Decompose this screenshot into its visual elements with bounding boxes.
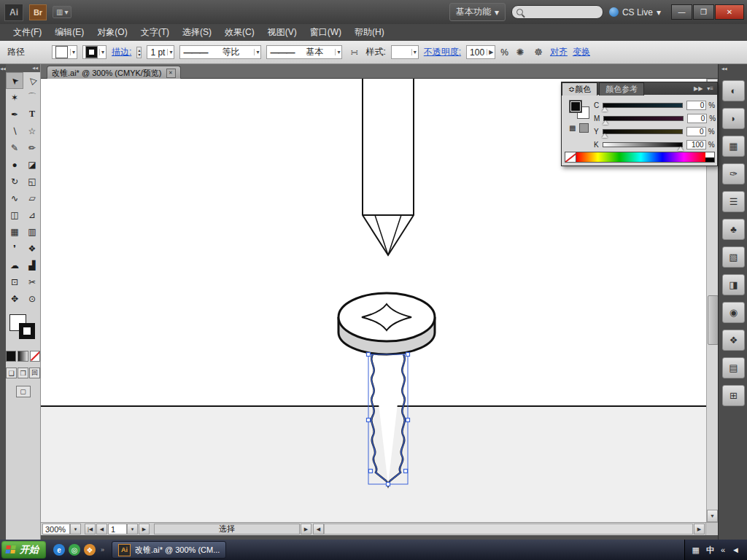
- artboard-field[interactable]: 1: [108, 524, 127, 534]
- menu-effect[interactable]: 效果(C): [219, 24, 260, 41]
- document-tab[interactable]: 改锥.ai* @ 300% (CMYK/预览) ✕: [47, 66, 181, 79]
- tool-star[interactable]: ☆: [23, 122, 41, 139]
- white-black-chips[interactable]: [705, 152, 714, 162]
- workspace-switcher[interactable]: 基本功能 ▾: [449, 3, 506, 21]
- slider-pointer[interactable]: [603, 120, 608, 125]
- next-artboard-button[interactable]: ▶: [139, 524, 150, 534]
- menu-view[interactable]: 视图(V): [262, 24, 303, 41]
- gamut-swatch[interactable]: [579, 123, 589, 133]
- tool-zoom[interactable]: ⊙: [23, 290, 41, 307]
- stroke-width-dropdown[interactable]: 1 pt ▾: [147, 45, 174, 59]
- stroke-panel-button[interactable]: ☰: [722, 191, 745, 212]
- screwdriver[interactable]: [363, 79, 414, 255]
- bridge-button[interactable]: Br: [29, 4, 47, 20]
- language-indicator[interactable]: 中: [706, 545, 714, 556]
- tray-collapse-icon[interactable]: «: [721, 545, 725, 554]
- channel-m-value[interactable]: 0: [687, 114, 707, 123]
- channel-k-slider[interactable]: [603, 142, 683, 147]
- tool-magic-wand[interactable]: ✶: [6, 89, 23, 106]
- tool-type[interactable]: T: [23, 106, 41, 122]
- tab-color[interactable]: ≎颜色: [562, 82, 597, 96]
- artboards-panel-button[interactable]: ⊞: [722, 385, 745, 406]
- screen-mode-button[interactable]: ▢: [16, 386, 31, 397]
- tool-free-transform[interactable]: ▱: [23, 190, 41, 206]
- tool-eyedropper[interactable]: ❜: [6, 240, 23, 257]
- transform-link[interactable]: 变换: [573, 46, 590, 58]
- appearance-panel-button[interactable]: ◉: [722, 302, 745, 323]
- width-profile-dropdown[interactable]: ——— 等比 ▾: [179, 45, 261, 59]
- brushes-panel-button[interactable]: ✑: [722, 163, 745, 184]
- taskbar-app-button[interactable]: Ai 改锥.ai* @ 300% (CM...: [112, 541, 226, 559]
- tool-hand[interactable]: ✥: [6, 290, 23, 307]
- recolor-artwork-icon[interactable]: ✺: [514, 46, 527, 59]
- artboard-dropdown-icon[interactable]: ▾: [127, 524, 138, 534]
- tool-rotate[interactable]: ↻: [6, 173, 23, 190]
- gamut-warning[interactable]: ▩: [569, 123, 589, 133]
- stroke-proxy[interactable]: [19, 323, 35, 339]
- tool-pen[interactable]: ✒: [6, 106, 23, 122]
- fill-color-dropdown[interactable]: ▾: [52, 45, 77, 59]
- cs-live-button[interactable]: CS Live ▾: [609, 7, 661, 18]
- dashed-options-icon[interactable]: ∺: [347, 46, 360, 59]
- menu-object[interactable]: 对象(O): [91, 24, 133, 41]
- opacity-field[interactable]: 100 ▶: [466, 45, 495, 59]
- arrange-documents-button[interactable]: ▥ ▾: [53, 6, 71, 18]
- browser-quicklaunch-icon[interactable]: e: [53, 544, 65, 556]
- restore-button[interactable]: ❐: [693, 4, 714, 20]
- zoom-dropdown-icon[interactable]: ▾: [70, 524, 81, 534]
- slider-pointer[interactable]: [602, 107, 608, 112]
- search-input[interactable]: [526, 7, 595, 18]
- search-box[interactable]: [511, 5, 603, 19]
- tool-mesh[interactable]: ▦: [6, 223, 23, 240]
- menu-window[interactable]: 窗口(W): [304, 24, 347, 41]
- keyboard-indicator-icon[interactable]: ▦: [692, 545, 700, 555]
- tool-eraser[interactable]: ◪: [23, 156, 41, 173]
- graphic-styles-panel-button[interactable]: ❖: [722, 330, 745, 351]
- vertical-scroll-thumb[interactable]: [708, 295, 719, 345]
- none-button[interactable]: [30, 351, 40, 362]
- tool-gradient[interactable]: ▥: [23, 223, 41, 240]
- slider-pointer[interactable]: [678, 147, 684, 151]
- spectrum-ramp[interactable]: [576, 152, 705, 162]
- opacity-link[interactable]: 不透明度:: [424, 46, 461, 58]
- menu-type[interactable]: 文字(T): [135, 24, 175, 41]
- hscroll-left-icon[interactable]: ◀: [313, 524, 324, 534]
- tool-graph[interactable]: ▟: [23, 257, 41, 273]
- explorer-quicklaunch-icon[interactable]: ❖: [84, 544, 96, 556]
- layers-panel-button[interactable]: ▤: [722, 357, 745, 378]
- quicklaunch-more-icon[interactable]: »: [101, 546, 104, 553]
- align-link[interactable]: 对齐: [550, 46, 568, 58]
- channel-m-slider[interactable]: [603, 116, 684, 121]
- tool-blend[interactable]: ❖: [23, 240, 41, 257]
- tool-direct-selection[interactable]: ▷: [23, 72, 41, 89]
- slider-pointer[interactable]: [602, 133, 608, 138]
- prev-artboard-button[interactable]: ◀: [96, 524, 107, 534]
- zoom-field[interactable]: 300%: [42, 524, 70, 534]
- tool-blob-brush[interactable]: ●: [6, 156, 23, 173]
- tool-lasso[interactable]: ⌒: [23, 89, 41, 106]
- menu-edit[interactable]: 编辑(E): [49, 24, 90, 41]
- none-chip[interactable]: [565, 152, 576, 162]
- panel-fill-proxy[interactable]: [569, 100, 582, 113]
- stroke-panel-link[interactable]: 描边:: [112, 46, 131, 58]
- panel-menu-icon[interactable]: ▾≡: [707, 85, 713, 92]
- style-dropdown[interactable]: ▾: [391, 45, 419, 59]
- draw-behind-button[interactable]: ❒: [18, 368, 28, 378]
- tool-artboard[interactable]: ⊡: [6, 273, 23, 290]
- symbols-panel-button[interactable]: ♣: [722, 219, 745, 240]
- first-artboard-button[interactable]: |◀: [85, 524, 96, 534]
- hscroll-right-icon[interactable]: ▶: [694, 524, 705, 534]
- tab-color-guide[interactable]: 颜色参考: [599, 82, 644, 96]
- tool-perspective-grid[interactable]: ⊿: [23, 206, 41, 223]
- minimize-button[interactable]: —: [671, 4, 692, 20]
- draw-inside-button[interactable]: 回: [29, 368, 40, 378]
- menu-select[interactable]: 选择(S): [177, 24, 217, 41]
- screw-head[interactable]: [338, 293, 435, 354]
- panel-dock-expand[interactable]: ◀◀: [719, 64, 747, 75]
- transparency-panel-button[interactable]: ◨: [722, 274, 745, 295]
- tool-slice[interactable]: ✂: [23, 273, 41, 290]
- tool-width[interactable]: ∿: [6, 190, 23, 206]
- stroke-color-dropdown[interactable]: ▾: [82, 45, 107, 59]
- tool-selection[interactable]: ➤: [6, 72, 23, 89]
- stroke-width-stepper[interactable]: ▴ ▾: [136, 47, 142, 58]
